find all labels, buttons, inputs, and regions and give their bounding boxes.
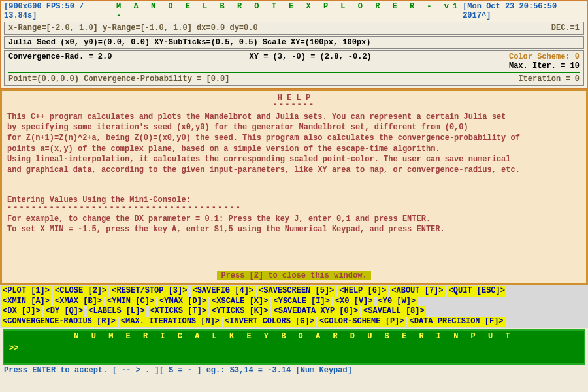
cmd-button[interactable]: <YSCALE [I]> <box>272 297 331 307</box>
cmd-button[interactable]: <PLOT [1]> <box>1 286 51 297</box>
cmd-button[interactable]: <X0 [V]> <box>334 297 374 307</box>
cmd-button[interactable]: <YTICKS [K]> <box>210 306 269 317</box>
status-julia: Julia Seed (x0, y0)=(0.0, 0.0) XY-SubTic… <box>4 36 584 49</box>
iteration: Iteration = 0 <box>518 74 580 84</box>
cmd-button[interactable]: <DATA PRECISION [F]> <box>408 317 505 327</box>
range-info: x-Range=[-2.0, 1.0] y-Range=[-1.0, 1.0] … <box>8 24 258 33</box>
color-scheme: Color Scheme: 0 <box>509 52 580 61</box>
header-bar: [588x392 FPS:50 / 13.84s] M A N D E L B … <box>0 0 588 89</box>
conv-rad: Convergence-Rad. = 2.0 <box>8 52 112 71</box>
julia-seed-info: Julia Seed (x0, y0)=(0.0, 0.0) XY-SubTic… <box>8 38 371 47</box>
cmd-button[interactable]: <SAVESCREEN [5]> <box>257 286 335 297</box>
help-text: points a=(x,y) of the complex plane, bas… <box>7 144 581 154</box>
footer-hint: Press ENTER to accept. [ -- > . ][ S = -… <box>0 365 588 376</box>
point-prob: Point=(0.0,0.0) Convergence-Probability … <box>8 74 229 84</box>
help-title-underline: ------- <box>7 100 581 109</box>
cmd-button[interactable]: <RESET/STOP [3]> <box>110 286 188 297</box>
cmd-button[interactable]: <SAVEALL [8]> <box>362 306 426 317</box>
cmd-button[interactable]: <SAVEDATA XYP [0]> <box>272 306 359 317</box>
cmd-button[interactable]: <Y0 [W]> <box>377 297 417 307</box>
help-panel: H E L P ------- This C++ program calcula… <box>0 89 588 285</box>
status-conv: Convergence-Rad. = 2.0 XY = (3, -0) = (2… <box>4 50 584 86</box>
datetime: [Mon Oct 23 20:56:50 2017^] <box>463 2 584 20</box>
help-text: for Z(n+1)=Z(n)^2+a, being Z(0)=(x0,y0) … <box>7 133 581 143</box>
help-text: and graphical data, according to the giv… <box>7 165 581 175</box>
cmd-button[interactable]: <LABELS [L]> <box>87 306 146 317</box>
help-example: To set X MIN = -1.5, press the key A, en… <box>7 224 581 235</box>
cmd-button[interactable]: <YMIN [C]> <box>106 297 155 307</box>
cmd-button[interactable]: <XMIN [A]> <box>1 297 51 307</box>
cmd-button[interactable]: <DX [J]> <box>1 306 42 317</box>
cmd-row-2: <XMIN [A]><XMAX [B]><YMIN [C]><YMAX [D]>… <box>1 297 587 307</box>
cmd-button[interactable]: <QUIT [ESC]> <box>448 286 506 297</box>
cmd-button[interactable]: <HELP [6]> <box>338 286 387 297</box>
cmd-button[interactable]: <XTICKS [T]> <box>149 306 208 317</box>
help-example: For example, to change the DX parameter … <box>7 214 581 224</box>
cmd-button[interactable]: <CONVERGENCE-RADIUS [R]> <box>1 317 117 327</box>
numpad-title: N U M E R I C A L K E Y B O A R D U S E … <box>5 332 583 341</box>
help-subtitle-underline: --------------------------------------- <box>7 203 581 213</box>
cmd-button[interactable]: <CLOSE [2]> <box>54 286 108 297</box>
cmd-button[interactable]: <SAVEFIG [4]> <box>191 286 255 297</box>
status-range: x-Range=[-2.0, 1.0] y-Range=[-1.0, 1.0] … <box>4 22 584 35</box>
cmd-row-3: <DX [J]><DY [Q]><LABELS [L]><XTICKS [T]>… <box>1 306 587 317</box>
max-iter: Max. Iter. = 10 <box>509 61 580 71</box>
cmd-button[interactable]: <XSCALE [X]> <box>210 297 269 307</box>
command-bar: <PLOT [1]><CLOSE [2]><RESET/STOP [3]><SA… <box>0 285 588 328</box>
help-close-hint: Press [2] to close this window. <box>2 271 586 280</box>
fps-info: [588x392 FPS:50 / 13.84s] <box>4 2 116 20</box>
cmd-button[interactable]: <YMAX [D]> <box>158 297 208 307</box>
numpad-prompt[interactable]: >> <box>5 341 583 362</box>
dec-info: DEC.=1 <box>551 24 580 33</box>
cmd-row-1: <PLOT [1]><CLOSE [2]><RESET/STOP [3]><SA… <box>1 286 587 297</box>
help-text: Using lineal-interpolation, it calculate… <box>7 154 581 165</box>
cmd-button[interactable]: <DY [Q]> <box>44 306 85 317</box>
numpad-panel[interactable]: N U M E R I C A L K E Y B O A R D U S E … <box>3 329 585 365</box>
xy-coords: XY = (3, -0) = (2.8, -0.2) <box>250 52 372 71</box>
cmd-button[interactable]: <INVERT COLORS [G]> <box>223 317 316 327</box>
cmd-button[interactable]: <MAX. ITERATIONS [N]> <box>120 317 221 327</box>
cmd-button[interactable]: <XMAX [B]> <box>54 297 103 307</box>
help-text: by specifying some iteration's seed (x0,… <box>7 122 581 133</box>
cmd-button[interactable]: <COLOR-SCHEME [P]> <box>318 317 406 327</box>
cmd-button[interactable]: <ABOUT [7]> <box>390 286 444 297</box>
help-text: This C++ program calculates and plots th… <box>7 112 581 122</box>
cmd-row-4: <CONVERGENCE-RADIUS [R]><MAX. ITERATIONS… <box>1 317 587 327</box>
app-title: M A N D E L B R O T E X P L O R E R - v1… <box>116 2 463 20</box>
